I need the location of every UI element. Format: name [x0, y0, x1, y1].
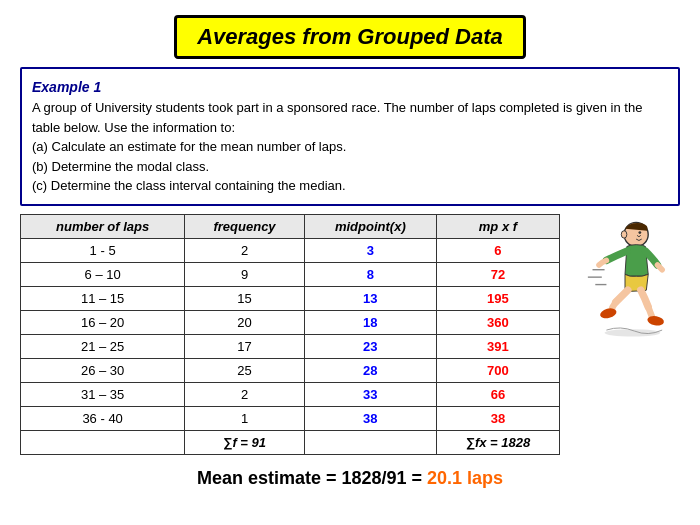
- mean-estimate-line: Mean estimate = 1828/91 = 20.1 laps: [197, 468, 503, 489]
- laps-6: 26 – 30: [21, 358, 185, 382]
- mean-estimate-text: Mean estimate = 1828/91 =: [197, 468, 427, 488]
- freq-2: 9: [185, 262, 305, 286]
- mpf-8: 38: [436, 406, 559, 430]
- col-header-mid: midpoint(x): [304, 214, 436, 238]
- svg-point-2: [621, 230, 627, 237]
- freq-5: 17: [185, 334, 305, 358]
- mpf-7: 66: [436, 382, 559, 406]
- col-header-mpf: mp x f: [436, 214, 559, 238]
- page-title: Averages from Grouped Data: [174, 15, 526, 59]
- col-header-laps: number of laps: [21, 214, 185, 238]
- mid-4: 18: [304, 310, 436, 334]
- mid-8: 38: [304, 406, 436, 430]
- laps-2: 6 – 10: [21, 262, 185, 286]
- freq-7: 2: [185, 382, 305, 406]
- table-row: 26 – 30 25 28 700: [21, 358, 560, 382]
- freq-8: 1: [185, 406, 305, 430]
- mpf-5: 391: [436, 334, 559, 358]
- example-label: Example 1: [32, 77, 668, 98]
- mpf-3: 195: [436, 286, 559, 310]
- svg-point-1: [638, 231, 641, 234]
- table-row: 16 – 20 20 18 360: [21, 310, 560, 334]
- data-table: number of laps frequency midpoint(x) mp …: [20, 214, 560, 455]
- table-row: 36 - 40 1 38 38: [21, 406, 560, 430]
- example-text: A group of University students took part…: [32, 98, 668, 196]
- mid-2: 8: [304, 262, 436, 286]
- laps-8: 36 - 40: [21, 406, 185, 430]
- totals-empty: [21, 430, 185, 454]
- total-freq: ∑f = 91: [185, 430, 305, 454]
- table-row: 1 - 5 2 3 6: [21, 238, 560, 262]
- freq-6: 25: [185, 358, 305, 382]
- table-row: 6 – 10 9 8 72: [21, 262, 560, 286]
- mid-7: 33: [304, 382, 436, 406]
- laps-1: 1 - 5: [21, 238, 185, 262]
- table-row: 21 – 25 17 23 391: [21, 334, 560, 358]
- totals-row: ∑f = 91 ∑fx = 1828: [21, 430, 560, 454]
- col-header-freq: frequency: [185, 214, 305, 238]
- mid-6: 28: [304, 358, 436, 382]
- table-row: 11 – 15 15 13 195: [21, 286, 560, 310]
- freq-4: 20: [185, 310, 305, 334]
- laps-3: 11 – 15: [21, 286, 185, 310]
- mean-estimate-value: 20.1 laps: [427, 468, 503, 488]
- runner-svg: [575, 214, 675, 344]
- laps-4: 16 – 20: [21, 310, 185, 334]
- laps-7: 31 – 35: [21, 382, 185, 406]
- laps-5: 21 – 25: [21, 334, 185, 358]
- example-box: Example 1 A group of University students…: [20, 67, 680, 206]
- runner-illustration: [570, 214, 680, 344]
- mid-5: 23: [304, 334, 436, 358]
- mpf-1: 6: [436, 238, 559, 262]
- main-content: number of laps frequency midpoint(x) mp …: [20, 214, 680, 455]
- mid-1: 3: [304, 238, 436, 262]
- total-mpf: ∑fx = 1828: [436, 430, 559, 454]
- freq-3: 15: [185, 286, 305, 310]
- mpf-4: 360: [436, 310, 559, 334]
- mpf-2: 72: [436, 262, 559, 286]
- totals-empty2: [304, 430, 436, 454]
- mpf-6: 700: [436, 358, 559, 382]
- mid-3: 13: [304, 286, 436, 310]
- table-row: 31 – 35 2 33 66: [21, 382, 560, 406]
- freq-1: 2: [185, 238, 305, 262]
- page-wrapper: Averages from Grouped Data Example 1 A g…: [0, 0, 700, 525]
